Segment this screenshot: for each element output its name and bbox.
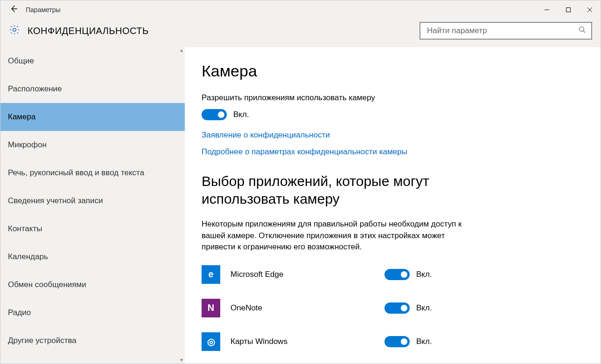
sidebar-item-6[interactable]: Контакты (0, 215, 185, 243)
window-controls (536, 0, 601, 19)
gear-icon (9, 24, 20, 37)
search-box[interactable] (419, 22, 592, 40)
sidebar-item-label: Другие устройства (8, 336, 77, 345)
svg-rect-1 (566, 8, 571, 12)
titlebar: Параметры (0, 0, 601, 19)
app-toggle[interactable] (384, 302, 410, 314)
app-toggle-state: Вкл. (416, 303, 432, 313)
settings-window: Параметры КОНФИДЕНЦИАЛЬНОСТЬ (0, 0, 601, 364)
sidebar-item-8[interactable]: Обмен сообщениями (0, 271, 185, 299)
svg-point-4 (13, 28, 16, 31)
search-input[interactable] (426, 26, 578, 36)
app-icon: N (202, 299, 220, 317)
main-panel: Камера Разрешить приложениям использоват… (185, 47, 601, 364)
minimize-button[interactable] (536, 0, 558, 19)
sidebar-scrollbar[interactable]: ▲ ▼ (178, 47, 185, 364)
app-name: OneNote (231, 303, 384, 313)
sidebar-item-label: Радио (8, 308, 31, 317)
allow-camera-label: Разрешить приложениям использовать камер… (202, 93, 584, 103)
search-icon (578, 26, 587, 36)
app-row-2: ◎Карты WindowsВкл. (202, 332, 584, 351)
sidebar-item-label: Сведения учетной записи (8, 196, 103, 206)
sidebar-item-1[interactable]: Расположение (0, 75, 185, 103)
allow-camera-state: Вкл. (233, 110, 249, 119)
app-row-1: NOneNoteВкл. (202, 299, 584, 317)
maximize-button[interactable] (558, 0, 579, 19)
privacy-statement-link[interactable]: Заявление о конфиденциальности (202, 130, 584, 140)
app-toggle[interactable] (384, 336, 410, 347)
sidebar-item-5[interactable]: Сведения учетной записи (0, 187, 185, 215)
svg-line-6 (583, 31, 585, 33)
app-name: Карты Windows (231, 337, 384, 346)
sidebar-item-7[interactable]: Календарь (0, 243, 185, 271)
sidebar-item-4[interactable]: Речь, рукописный ввод и ввод текста (0, 159, 185, 187)
back-button[interactable] (2, 4, 26, 16)
camera-privacy-more-link[interactable]: Подробнее о параметрах конфиденциальност… (202, 147, 584, 157)
sidebar-item-label: Речь, рукописный ввод и ввод текста (8, 168, 144, 178)
sidebar-item-10[interactable]: Другие устройства (0, 327, 185, 355)
app-name: Microsoft Edge (231, 270, 384, 279)
app-row-0: eMicrosoft EdgeВкл. (202, 265, 584, 284)
sidebar-item-2[interactable]: Камера (0, 103, 185, 131)
svg-point-5 (580, 27, 584, 32)
sidebar-item-label: Камера (8, 112, 35, 122)
allow-camera-toggle[interactable] (202, 109, 227, 120)
page-title: Камера (202, 62, 584, 80)
header: КОНФИДЕНЦИАЛЬНОСТЬ (0, 19, 601, 47)
sidebar: ОбщиеРасположениеКамераМикрофонРечь, рук… (0, 47, 185, 364)
scroll-down-icon[interactable]: ▼ (179, 357, 184, 364)
app-toggle-state: Вкл. (416, 337, 432, 346)
scroll-up-icon[interactable]: ▲ (179, 47, 184, 54)
sidebar-item-label: Обмен сообщениями (8, 280, 86, 289)
sidebar-item-label: Календарь (8, 252, 48, 261)
sidebar-item-label: Расположение (8, 84, 62, 94)
app-toggle-state: Вкл. (416, 270, 432, 279)
sidebar-item-label: Общие (8, 56, 34, 66)
apps-section-desc: Некоторым приложениям для правильной раб… (202, 219, 463, 253)
sidebar-item-label: Микрофон (8, 140, 47, 150)
apps-section-title: Выбор приложений, которые могут использо… (202, 172, 463, 207)
close-button[interactable] (579, 0, 601, 19)
sidebar-item-label: Контакты (8, 224, 42, 234)
header-title: КОНФИДЕНЦИАЛЬНОСТЬ (28, 26, 149, 36)
sidebar-item-9[interactable]: Радио (0, 299, 185, 327)
sidebar-item-0[interactable]: Общие (0, 47, 185, 75)
titlebar-title: Параметры (26, 6, 61, 14)
app-icon: e (202, 265, 220, 284)
app-icon: ◎ (202, 332, 220, 351)
app-toggle[interactable] (384, 269, 410, 280)
sidebar-item-3[interactable]: Микрофон (0, 131, 185, 159)
